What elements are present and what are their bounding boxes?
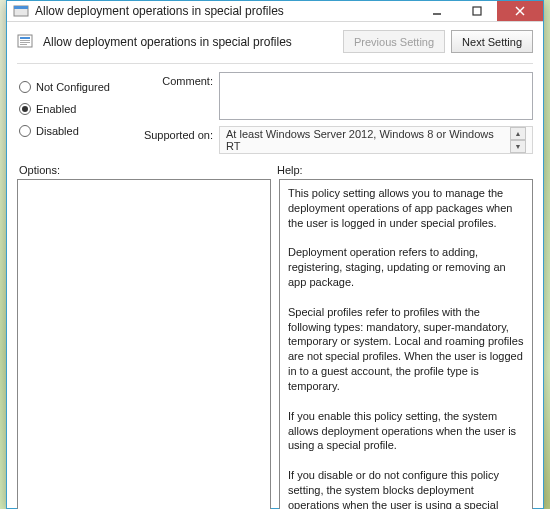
radio-disabled[interactable]: Disabled [17, 120, 129, 142]
dialog-window: Allow deployment operations in special p… [6, 0, 544, 509]
svg-rect-3 [473, 7, 481, 15]
radio-disabled-input[interactable] [19, 125, 31, 137]
supported-down-button[interactable]: ▼ [510, 140, 526, 153]
options-pane [17, 179, 271, 509]
radio-enabled-input[interactable] [19, 103, 31, 115]
radio-not-configured[interactable]: Not Configured [17, 76, 129, 98]
options-label: Options: [17, 164, 275, 176]
dialog-body: Allow deployment operations in special p… [7, 22, 543, 509]
next-setting-button[interactable]: Next Setting [451, 30, 533, 53]
app-icon [13, 3, 29, 19]
previous-setting-button[interactable]: Previous Setting [343, 30, 445, 53]
supported-on-text: At least Windows Server 2012, Windows 8 … [226, 128, 510, 152]
supported-on-box: At least Windows Server 2012, Windows 8 … [219, 126, 533, 154]
help-label: Help: [275, 164, 303, 176]
window-title: Allow deployment operations in special p… [35, 4, 417, 18]
radio-label: Enabled [36, 103, 76, 115]
policy-icon [17, 33, 35, 51]
panes: This policy setting allows you to manage… [17, 179, 533, 509]
window-controls [417, 1, 543, 21]
minimize-button[interactable] [417, 1, 457, 21]
comment-label: Comment: [139, 72, 213, 87]
svg-rect-8 [20, 40, 30, 41]
title-bar: Allow deployment operations in special p… [7, 1, 543, 22]
help-pane: This policy setting allows you to manage… [279, 179, 533, 509]
supported-up-button[interactable]: ▲ [510, 127, 526, 140]
policy-title: Allow deployment operations in special p… [43, 35, 343, 49]
state-radios: Not Configured Enabled Disabled [17, 72, 129, 154]
separator [17, 63, 533, 64]
svg-rect-7 [20, 37, 30, 39]
pane-labels: Options: Help: [17, 164, 533, 176]
radio-not-configured-input[interactable] [19, 81, 31, 93]
comment-input[interactable] [219, 72, 533, 120]
radio-label: Not Configured [36, 81, 110, 93]
maximize-button[interactable] [457, 1, 497, 21]
close-button[interactable] [497, 1, 543, 21]
radio-label: Disabled [36, 125, 79, 137]
svg-rect-1 [14, 6, 28, 9]
supported-on-label: Supported on: [139, 126, 213, 141]
header-row: Allow deployment operations in special p… [17, 30, 533, 53]
radio-enabled[interactable]: Enabled [17, 98, 129, 120]
config-area: Not Configured Enabled Disabled Comment: [17, 72, 533, 154]
svg-rect-9 [20, 42, 30, 43]
svg-rect-10 [20, 44, 27, 45]
